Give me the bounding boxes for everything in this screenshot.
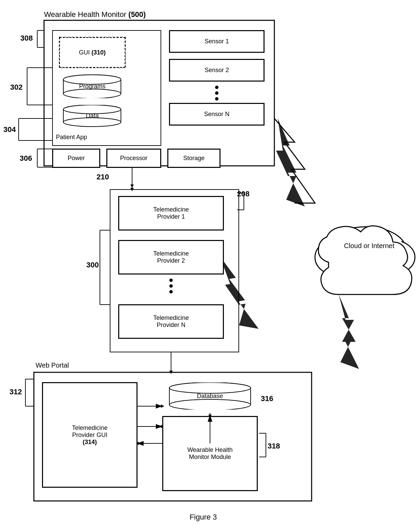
sensorN-box: Sensor N bbox=[169, 103, 264, 125]
gui-label: GUI bbox=[79, 49, 90, 56]
ref-312: 312 bbox=[9, 388, 22, 396]
storage-box: Storage bbox=[168, 149, 220, 168]
svg-marker-50 bbox=[339, 294, 359, 369]
telemedicine-providerN-label: TelemedicineProvider N bbox=[153, 314, 189, 329]
svg-point-45 bbox=[329, 252, 403, 283]
telemedicine-provider2-box: TelemedicineProvider 2 bbox=[119, 240, 224, 274]
diagram-container: GUI (310) Programs Data Patient App Sens… bbox=[0, 0, 420, 527]
ref-306: 306 bbox=[20, 154, 32, 163]
svg-point-91 bbox=[169, 399, 251, 410]
web-portal-label: Web Portal bbox=[36, 361, 69, 369]
svg-point-33 bbox=[169, 290, 173, 293]
cloud-label: Cloud or Internet bbox=[344, 242, 395, 250]
svg-marker-40 bbox=[276, 118, 305, 206]
telemedicine-provider2-label: TelemedicineProvider 2 bbox=[153, 250, 189, 264]
ref-208: 208 bbox=[237, 190, 250, 198]
power-box: Power bbox=[52, 149, 100, 168]
sensor2-box: Sensor 2 bbox=[169, 59, 264, 81]
database-cylinder: Database bbox=[163, 382, 257, 410]
svg-point-32 bbox=[169, 284, 173, 288]
ref-316: 316 bbox=[261, 394, 273, 403]
svg-marker-41 bbox=[220, 252, 259, 333]
svg-marker-74 bbox=[169, 371, 173, 374]
telemedicine-provider1-box: TelemedicineProvider 1 bbox=[119, 196, 224, 230]
database-label: Database bbox=[197, 393, 223, 400]
telemedicine-provider1-label: TelemedicineProvider 1 bbox=[153, 206, 189, 220]
ref-318: 318 bbox=[268, 442, 280, 451]
telemedicine-gui-number: (314) bbox=[83, 439, 97, 446]
processor-box: Processor bbox=[107, 149, 161, 168]
ref-304: 304 bbox=[3, 125, 16, 134]
data-label: Data bbox=[86, 112, 99, 119]
svg-point-79 bbox=[63, 89, 121, 98]
wearable-module-box: Wearable HealthMonitor Module bbox=[163, 416, 257, 491]
svg-point-92 bbox=[169, 382, 251, 393]
telemedicine-providerN-box: TelemedicineProvider N bbox=[119, 305, 224, 338]
svg-point-31 bbox=[169, 279, 173, 282]
wearable-module-label: Wearable HealthMonitor Module bbox=[187, 446, 233, 461]
svg-marker-26 bbox=[130, 184, 134, 188]
ref-308: 308 bbox=[20, 34, 33, 43]
svg-point-42 bbox=[325, 227, 406, 274]
gui-box: GUI (310) bbox=[59, 37, 125, 68]
ref-300: 300 bbox=[86, 261, 99, 269]
svg-point-46 bbox=[327, 228, 405, 272]
telemedicine-gui-box: TelemedicineProvider GUI (314) bbox=[42, 382, 137, 487]
svg-point-49 bbox=[330, 254, 401, 281]
programs-cylinder: Programs bbox=[59, 74, 125, 98]
patient-app-label: Patient App bbox=[56, 134, 87, 141]
programs-label: Programs bbox=[79, 83, 105, 90]
gui-number-label: (310) bbox=[91, 49, 106, 56]
ref-302: 302 bbox=[10, 83, 23, 92]
sensor1-box: Sensor 1 bbox=[169, 30, 264, 52]
svg-point-10 bbox=[215, 91, 218, 95]
figure-label: Figure 3 bbox=[169, 513, 237, 522]
svg-marker-72 bbox=[130, 188, 134, 191]
data-cylinder: Data bbox=[59, 105, 125, 127]
svg-point-9 bbox=[215, 86, 218, 89]
wearable-number: (500) bbox=[128, 10, 146, 19]
svg-point-11 bbox=[215, 97, 218, 101]
main-title: Wearable Health Monitor (500) bbox=[44, 10, 146, 19]
telemedicine-gui-label: TelemedicineProvider GUI bbox=[72, 424, 107, 439]
ref-210: 210 bbox=[97, 173, 109, 181]
